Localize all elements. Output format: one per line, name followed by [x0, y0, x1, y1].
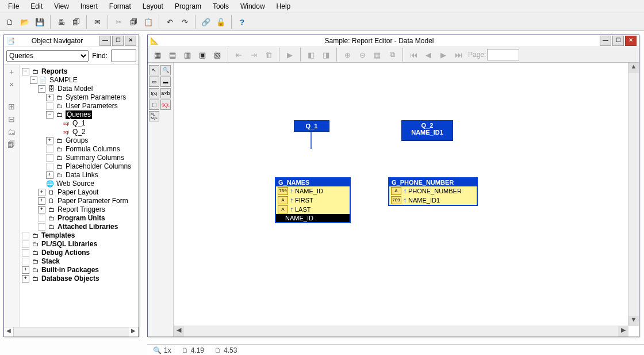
page-input[interactable]	[487, 49, 519, 60]
expander[interactable]: +	[46, 137, 53, 144]
scroll-left-icon[interactable]: ◀	[4, 327, 14, 337]
query-tool-icon[interactable]: ▭	[149, 77, 159, 87]
menu-format[interactable]: Format	[103, 1, 137, 12]
tree-sysparams[interactable]: System Parameters	[66, 93, 126, 102]
nav-next-icon[interactable]: ▶	[436, 48, 450, 62]
add-icon[interactable]: +	[9, 67, 14, 77]
maximize-button[interactable]: ☐	[612, 36, 624, 46]
menu-insert[interactable]: Insert	[75, 1, 103, 12]
help-icon[interactable]: ?	[235, 15, 249, 29]
pointer-tool-icon[interactable]: ↖	[149, 65, 159, 75]
minimize-button[interactable]: —	[99, 36, 111, 46]
navigator-scrollbar-h[interactable]: ◀ ▶	[4, 327, 139, 337]
menu-file[interactable]: File	[2, 1, 25, 12]
group-tool-icon[interactable]: ▬	[160, 77, 171, 87]
snap-icon[interactable]: ⧉	[385, 48, 399, 62]
grid-icon[interactable]: ▦	[370, 48, 384, 62]
tree-websource[interactable]: Web Source	[56, 180, 94, 188]
expander[interactable]: +	[46, 171, 53, 179]
scroll-track[interactable]	[628, 73, 639, 316]
plsql-tool-icon[interactable]: PLSQL	[149, 111, 159, 121]
expander[interactable]: +	[38, 206, 45, 213]
tree-groups[interactable]: Groups	[66, 136, 88, 145]
insert-left-icon[interactable]: ⇤	[232, 48, 246, 62]
view-paperparam-icon[interactable]: ▧	[210, 48, 224, 62]
editor-titlebar[interactable]: 📐 Sample: Report Editor - Data Model — ☐…	[148, 35, 639, 47]
scroll-right-icon[interactable]: ▶	[129, 327, 139, 337]
tree-queries[interactable]: Queries	[66, 110, 92, 119]
group-g-phone-number[interactable]: G_PHONE_NUMBER A↑PHONE_NUMBER 789↑NAME_I…	[389, 178, 477, 205]
expander[interactable]: +	[22, 266, 29, 274]
navigator-dropdown[interactable]: Queries	[6, 50, 89, 62]
sql-tool-icon[interactable]: SQL	[160, 100, 171, 110]
copy-icon[interactable]: 🗐	[126, 15, 140, 29]
view-paperlayout-icon[interactable]: ▥	[181, 48, 194, 62]
tree-reports[interactable]: Reports	[41, 67, 67, 76]
align-left-icon[interactable]: ◧	[304, 48, 318, 62]
expander[interactable]: −	[46, 111, 53, 119]
query-q2[interactable]: Q_2 NAME_ID1	[401, 120, 453, 141]
delete-icon[interactable]: ×	[9, 80, 14, 89]
connect-icon[interactable]: 🔗	[199, 15, 213, 29]
cascade-icon[interactable]: 🗂	[7, 127, 16, 136]
zoom-in-icon[interactable]: ⊕	[340, 48, 354, 62]
tree-datalinks[interactable]: Data Links	[66, 171, 98, 180]
view-datamodel-icon[interactable]: ▦	[151, 48, 164, 62]
tree-progunits[interactable]: Program Units	[57, 214, 105, 223]
redo-icon[interactable]: ↷	[178, 15, 191, 29]
tree-q1[interactable]: Q_1	[72, 119, 86, 128]
run-icon[interactable]: ▶	[283, 48, 297, 62]
object-tree[interactable]: −🗀Reports −📄SAMPLE −🗄Data Model +🗀System…	[20, 65, 139, 327]
expand-icon[interactable]: ⊞	[8, 102, 15, 111]
undo-icon[interactable]: ↶	[163, 15, 177, 29]
expander[interactable]: −	[38, 85, 45, 93]
menu-view[interactable]: View	[48, 1, 75, 12]
tree-stack[interactable]: Stack	[41, 257, 60, 266]
column-last[interactable]: A↑LAST	[276, 205, 350, 214]
tree-plsql[interactable]: PL/SQL Libraries	[41, 240, 97, 249]
expander[interactable]: +	[46, 94, 53, 101]
summary-tool-icon[interactable]: a×b	[160, 88, 171, 98]
preview-icon[interactable]: 🗐	[69, 15, 83, 29]
group-g-names[interactable]: G_NAMES 789↑NAME_ID A↑FIRST A↑LAST NAME_…	[275, 178, 350, 223]
tree-dbobjects[interactable]: Database Objects	[41, 274, 99, 283]
view-weblayout-icon[interactable]: ▤	[166, 48, 179, 62]
tree-templates[interactable]: Templates	[41, 231, 75, 240]
new-icon[interactable]: 🗋	[3, 15, 17, 29]
tree-builtins[interactable]: Built-in Packages	[41, 266, 99, 274]
paste-icon[interactable]: 📋	[141, 15, 155, 29]
placeholder-tool-icon[interactable]: ⬚	[149, 100, 159, 110]
collapse-icon[interactable]: ⊟	[8, 114, 15, 124]
stack-icon[interactable]: 🗐	[7, 140, 16, 149]
align-right-icon[interactable]: ◨	[319, 48, 333, 62]
scroll-right-icon[interactable]: ▶	[618, 326, 628, 337]
expander[interactable]: −	[22, 68, 29, 75]
cut-icon[interactable]: ✂	[112, 15, 125, 29]
scroll-track[interactable]	[184, 326, 618, 337]
column-phone-number[interactable]: A↑PHONE_NUMBER	[389, 186, 477, 196]
nav-first-icon[interactable]: ⏮	[407, 48, 420, 62]
print-icon[interactable]: 🖶	[54, 15, 68, 29]
data-model-canvas[interactable]: Q_1 Q_2 NAME_ID1 G_NAMES 789↑NAME_ID A↑F…	[174, 63, 628, 326]
scroll-left-icon[interactable]: ◀	[174, 326, 184, 337]
column-name-id-link[interactable]: NAME_ID	[276, 214, 350, 222]
tree-summary[interactable]: Summary Columns	[66, 154, 124, 162]
scroll-down-icon[interactable]: ▼	[628, 316, 639, 326]
tree-placeholder[interactable]: Placeholder Columns	[66, 162, 131, 171]
object-navigator-titlebar[interactable]: 📑 Object Navigator — ☐ ✕	[4, 35, 139, 47]
query-q1[interactable]: Q_1	[294, 120, 329, 132]
maximize-button[interactable]: ☐	[112, 36, 124, 46]
tree-q2[interactable]: Q_2	[72, 128, 86, 136]
editor-scrollbar-v[interactable]: ▲ ▼	[628, 63, 639, 326]
expander[interactable]: +	[38, 197, 45, 205]
tree-triggers[interactable]: Report Triggers	[57, 205, 105, 214]
tree-userparams[interactable]: User Parameters	[66, 102, 118, 110]
view-paperdesign-icon[interactable]: ▣	[195, 48, 209, 62]
tree-paperlayout[interactable]: Paper Layout	[57, 188, 98, 197]
nav-last-icon[interactable]: ⏭	[451, 48, 465, 62]
column-name-id[interactable]: 789↑NAME_ID	[276, 186, 350, 196]
menu-layout[interactable]: Layout	[137, 1, 169, 12]
open-icon[interactable]: 📂	[18, 15, 32, 29]
menu-help[interactable]: Help	[271, 1, 297, 12]
formula-tool-icon[interactable]: f(x)	[149, 88, 159, 98]
